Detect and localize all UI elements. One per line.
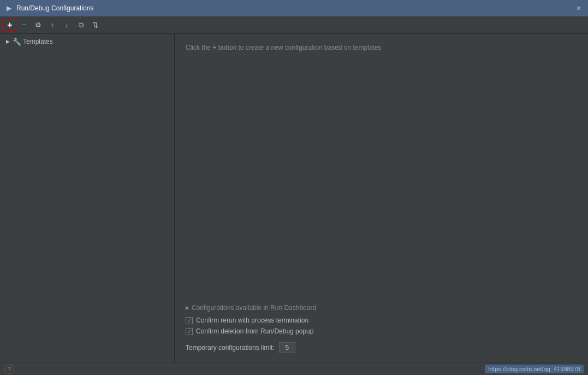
toolbar: + − ⚙ ↑ ↓ ⧉ ⇅ (0, 16, 588, 34)
deletion-label: Confirm deletion from Run/Debug popup (196, 327, 313, 335)
hint-prefix: Click the (186, 44, 211, 51)
right-panel: Click the + button to create a new confi… (175, 34, 588, 362)
limit-label: Temporary configurations limit: (186, 344, 275, 351)
left-panel: ▶ 🔧 Templates (0, 34, 175, 362)
templates-tree-item[interactable]: ▶ 🔧 Templates (0, 36, 174, 47)
close-button[interactable]: × (574, 3, 584, 13)
collapsible-label: Configurations available in Run Dashboar… (192, 304, 316, 312)
hint-text: Click the + button to create a new confi… (186, 43, 382, 52)
template-icon: 🔧 (13, 38, 21, 45)
run-debug-icon: ▶ (4, 4, 13, 13)
dialog-title: Run/Debug Configurations (16, 4, 93, 12)
limit-input[interactable] (279, 342, 295, 353)
deletion-checkbox[interactable] (186, 328, 193, 335)
sort-button[interactable]: ⇅ (88, 19, 102, 32)
status-bar: ? https://blog.csdn.net/qq_41998978 (0, 362, 588, 375)
move-down-button[interactable]: ↓ (60, 19, 73, 32)
settings-button[interactable]: ⚙ (32, 19, 45, 32)
checkbox-row-2: Confirm deletion from Run/Debug popup (186, 326, 577, 337)
limit-row: Temporary configurations limit: (186, 342, 577, 353)
rerun-label: Confirm rerun with process termination (196, 317, 308, 324)
hint-area: Click the + button to create a new confi… (175, 34, 588, 296)
status-url: https://blog.csdn.net/qq_41998978 (485, 365, 584, 373)
checkbox-row-1: Confirm rerun with process termination (186, 315, 577, 326)
bottom-section: ▶ Configurations available in Run Dashbo… (175, 296, 588, 362)
rerun-checkbox[interactable] (186, 317, 193, 324)
hint-plus-symbol: + (212, 44, 216, 51)
templates-label: Templates (23, 38, 53, 45)
remove-button[interactable]: − (17, 19, 31, 32)
main-content: ▶ 🔧 Templates Click the + button to crea… (0, 34, 588, 362)
add-button[interactable]: + (3, 19, 16, 32)
hint-suffix: button to create a new configuration bas… (218, 44, 382, 51)
run-dashboard-collapsible[interactable]: ▶ Configurations available in Run Dashbo… (186, 301, 577, 315)
collapsible-arrow-icon: ▶ (186, 305, 189, 310)
title-bar: ▶ Run/Debug Configurations × (0, 0, 588, 16)
move-up-button[interactable]: ↑ (46, 19, 59, 32)
help-button[interactable]: ? (4, 364, 14, 374)
expand-arrow-icon: ▶ (4, 38, 11, 45)
title-bar-left: ▶ Run/Debug Configurations (4, 4, 93, 13)
copy-button[interactable]: ⧉ (74, 19, 87, 32)
